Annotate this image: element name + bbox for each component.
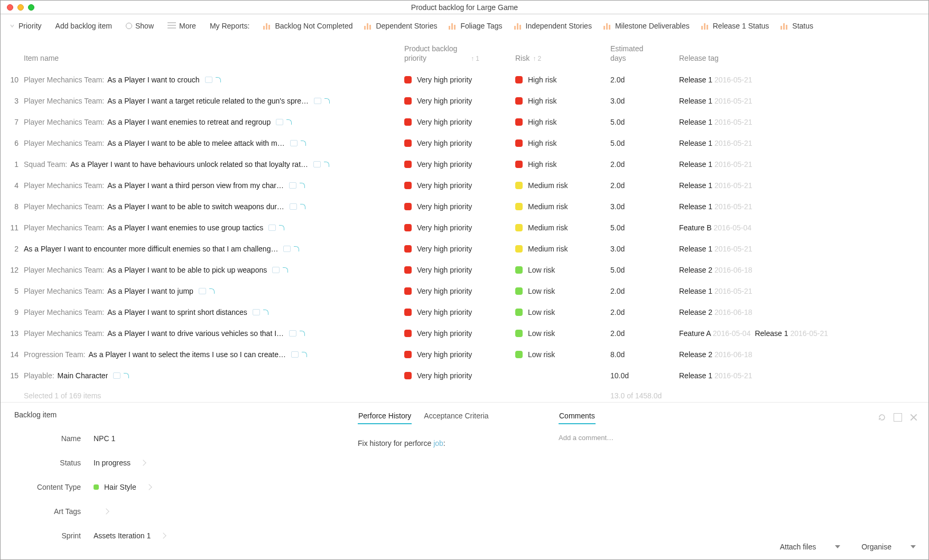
expand-icon[interactable] [894,413,902,422]
refresh-icon[interactable] [878,413,886,422]
link-icon [279,225,284,230]
close-icon[interactable] [909,413,918,422]
selection-summary: Selected 1 of 169 items [24,391,404,400]
priority-dot [404,309,412,316]
row-number: 13 [3,329,24,338]
tags-cell: Release 2 2016-06-18 [679,350,922,359]
release-tag[interactable]: Release 1 2016-05-21 [679,139,753,147]
days-cell: 5.0d [610,223,679,232]
table-row[interactable]: 11Player Mechanics Team: As a Player I w… [1,217,928,238]
add-comment-input[interactable]: Add a comment… [559,434,918,442]
header-release[interactable]: Release tag [679,53,922,63]
perforce-link[interactable]: job [433,439,443,447]
priority-text: Very high priority [417,371,472,380]
priority-cell: Very high priority [404,350,515,359]
tab-comments[interactable]: Comments [559,410,596,424]
card-icon [283,246,291,252]
row-number: 6 [3,139,24,147]
add-backlog-button[interactable]: Add backlog item [50,20,117,32]
report-4[interactable]: Milestone Deliverables [598,20,695,32]
risk-cell: High risk [515,76,610,84]
release-tag[interactable]: Release 1 2016-05-21 [679,76,753,84]
header-risk[interactable]: Risk ↑ 2 [515,53,610,63]
row-number: 4 [3,181,24,190]
risk-cell: Low risk [515,308,610,316]
tab-perforce[interactable]: Perforce History [358,410,412,424]
card-icon [113,372,120,379]
report-label: Foliage Tags [460,22,502,30]
bars-icon [603,22,612,30]
table-row[interactable]: 6Player Mechanics Team: As a Player I wa… [1,133,928,154]
release-tag[interactable]: Release 1 2016-05-21 [679,160,753,169]
item-name: Player Mechanics Team: As a Player I wan… [24,329,404,338]
name-value[interactable]: NPC 1 [94,434,345,443]
days-summary: 13.0 of 1458.0d [610,391,679,400]
item-desc: As a Player I want to crouch [107,76,199,84]
item-desc: As a Player I want to have behaviours un… [70,160,308,169]
ctype-value[interactable]: Hair Style [94,483,345,491]
table-row[interactable]: 4Player Mechanics Team: As a Player I wa… [1,175,928,196]
report-label: Status [792,22,813,30]
release-tag[interactable]: Release 1 2016-05-21 [679,181,753,190]
card-icon [314,98,321,104]
table-row[interactable]: 13Player Mechanics Team: As a Player I w… [1,323,928,344]
sprint-value[interactable]: Assets Iteration 1 [94,531,345,540]
item-desc: As a Player I want to be able to switch … [107,202,284,211]
header-days[interactable]: Estimated days [610,44,679,63]
release-tag[interactable]: Release 2 2016-06-18 [679,350,753,359]
table-row[interactable]: 5Player Mechanics Team: As a Player I wa… [1,281,928,302]
table-row[interactable]: 8Player Mechanics Team: As a Player I wa… [1,196,928,217]
table-row[interactable]: 1Squad Team: As a Player I want to have … [1,154,928,175]
table-row[interactable]: 12Player Mechanics Team: As a Player I w… [1,259,928,281]
item-desc: As a Player I want to jump [107,287,193,295]
release-tag[interactable]: Release 1 2016-05-21 [679,202,753,211]
report-6[interactable]: Status [775,20,819,32]
more-button[interactable]: More [162,20,201,32]
release-tag[interactable]: Release 2 2016-06-18 [679,266,753,274]
release-tag[interactable]: Release 1 2016-05-21 [755,329,828,338]
link-icon [263,310,268,315]
item-desc: As a Player I want to sprint short dista… [107,308,247,316]
table-row[interactable]: 15Playable: Main CharacterVery high prio… [1,365,928,386]
table-row[interactable]: 3Player Mechanics Team: As a Player I wa… [1,90,928,111]
art-value[interactable] [94,509,345,514]
release-tag[interactable]: Feature B 2016-05-04 [679,223,751,232]
organise-button[interactable]: Organise [861,543,916,551]
tags-cell: Feature A 2016-05-04Release 1 2016-05-21 [679,329,922,338]
release-tag[interactable]: Release 1 2016-05-21 [679,245,753,253]
risk-text: High risk [528,139,556,147]
table-row[interactable]: 9Player Mechanics Team: As a Player I wa… [1,302,928,323]
release-tag[interactable]: Feature A 2016-05-04 [679,329,750,338]
item-desc: As a Player I want a target reticule rel… [107,97,309,105]
header-priority[interactable]: Product backlog priority ↑ 1 [404,44,515,63]
status-value[interactable]: In progress [94,459,345,467]
report-1[interactable]: Dependent Stories [359,20,442,32]
lines-icon [168,22,176,30]
tags-cell: Release 1 2016-05-21 [679,287,922,295]
release-tag[interactable]: Release 1 2016-05-21 [679,371,753,380]
table-row[interactable]: 10Player Mechanics Team: As a Player I w… [1,69,928,90]
column-headers: Item name Product backlog priority ↑ 1 R… [1,38,928,69]
report-3[interactable]: Independent Stories [509,20,597,32]
tags-cell: Release 1 2016-05-21 [679,181,922,190]
table-row[interactable]: 7Player Mechanics Team: As a Player I wa… [1,111,928,133]
report-2[interactable]: Foliage Tags [443,20,507,32]
release-tag[interactable]: Release 1 2016-05-21 [679,97,753,105]
release-tag[interactable]: Release 1 2016-05-21 [679,118,753,126]
header-item[interactable]: Item name [24,53,404,63]
release-tag[interactable]: Release 1 2016-05-21 [679,287,753,295]
risk-dot [515,287,523,295]
ctype-label: Content Type [14,483,94,491]
priority-button[interactable]: Priority [4,20,47,32]
attach-files-button[interactable]: Attach files [780,543,840,551]
tab-criteria[interactable]: Acceptance Criteria [423,410,489,424]
report-0[interactable]: Backlog Not Completed [258,20,358,32]
report-5[interactable]: Release 1 Status [696,20,775,32]
show-button[interactable]: Show [120,20,159,32]
row-number: 1 [3,160,24,169]
priority-dot [404,266,412,274]
item-name: Player Mechanics Team: As a Player I wan… [24,76,404,84]
table-row[interactable]: 2As a Player I want to encounter more di… [1,238,928,259]
table-row[interactable]: 14Progression Team: As a Player I want t… [1,344,928,365]
release-tag[interactable]: Release 2 2016-06-18 [679,308,753,316]
